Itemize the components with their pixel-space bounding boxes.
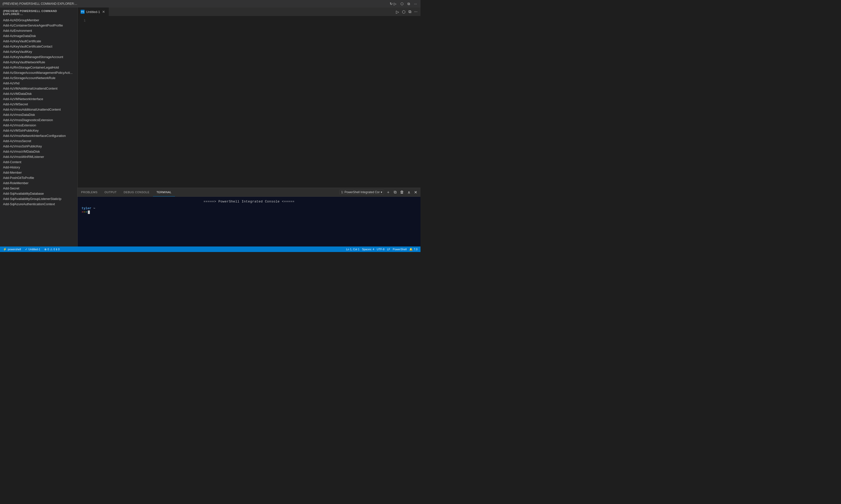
sidebar-item[interactable]: Add-AzVMNetworkInterface <box>0 96 77 102</box>
sidebar-item[interactable]: Add-Content <box>0 159 77 165</box>
add-terminal-button[interactable]: ＋ <box>385 189 392 196</box>
sidebar-item[interactable]: Add-History <box>0 165 77 170</box>
sidebar-list[interactable]: Add-AzADGroupMemberAdd-AzContainerServic… <box>0 18 77 247</box>
editor-tab[interactable]: PS Untitled-1 ✕ <box>77 7 109 16</box>
sidebar-item[interactable]: Add-AzADGroupMember <box>0 18 77 23</box>
status-errors[interactable]: ⊗ 0 ⚠ 0 ℹ 0 <box>43 248 60 251</box>
panel-tabs: PROBLEMS OUTPUT DEBUG CONSOLE TERMINAL 1… <box>77 188 420 197</box>
status-powershell-label: powershell <box>8 248 21 251</box>
tab-terminal[interactable]: TERMINAL <box>153 188 175 196</box>
title-bar-text: (PREVIEW) POWERSHELL COMMAND EXPLORER:..… <box>2 2 390 5</box>
status-powershell[interactable]: ⚡ powershell <box>2 248 22 251</box>
terminal-prompt: tyler ~ >>> <box>82 206 416 214</box>
panel-tab-actions: 1: PowerShell Integrated Cor ▾ ＋ ⧉ 🗑 ∧ ✕ <box>339 188 420 196</box>
sidebar-item[interactable]: Add-AzRmStorageContainerLegalHold <box>0 65 77 70</box>
terminal-cursor <box>88 211 90 214</box>
panel-collapse-button[interactable]: ∧ <box>406 189 412 195</box>
title-bar: (PREVIEW) POWERSHELL COMMAND EXPLORER:..… <box>0 0 420 7</box>
sidebar-item[interactable]: Add-AzStorageAccountNetworkRule <box>0 75 77 80</box>
status-eol[interactable]: LF <box>386 248 391 251</box>
run-icon[interactable]: ▷ <box>393 1 397 6</box>
sidebar-item[interactable]: Add-AzVMAdditionalUnattendContent <box>0 86 77 91</box>
panel-close-button[interactable]: ✕ <box>413 189 418 195</box>
main-layout: (PREVIEW) POWERSHELL COMMAND EXPLORER:..… <box>0 7 420 247</box>
sidebar-item[interactable]: Add-SqlAvailabilityDatabase <box>0 191 77 196</box>
sidebar-item[interactable]: Add-AzEnvironment <box>0 28 77 33</box>
tab-bar: PS Untitled-1 ✕ ▷ ⬡ ⧉ ··· <box>77 7 420 16</box>
more-icon[interactable]: ··· <box>413 1 418 6</box>
sidebar-item[interactable]: Add-AzVMSshPublicKey <box>0 128 77 133</box>
sidebar-item[interactable]: Add-AzVmssVMDataDisk <box>0 149 77 154</box>
status-notifications[interactable]: 🔔 7.0 <box>408 248 418 251</box>
tab-problems[interactable]: PROBLEMS <box>77 188 101 196</box>
warning-icon: ⚠ <box>50 248 53 251</box>
status-encoding[interactable]: UTF-8 <box>376 248 386 251</box>
status-bar: ⚡ powershell ✓ Untitled-1 ⊗ 0 ⚠ 0 ℹ 0 Ln… <box>0 247 420 252</box>
terminal-path: ~ <box>93 206 95 210</box>
split-editor-button[interactable]: ⧉ <box>408 8 412 15</box>
sidebar-item[interactable]: Add-AzVhd <box>0 80 77 86</box>
bottom-panel: PROBLEMS OUTPUT DEBUG CONSOLE TERMINAL 1… <box>77 188 420 247</box>
terminal-prompt-symbol: >>> <box>82 210 416 214</box>
sidebar-item[interactable]: Add-AzVmssNetworkInterfaceConfiguration <box>0 133 77 138</box>
sidebar-item[interactable]: Add-AzVmssSecret <box>0 138 77 144</box>
editor-content[interactable]: 1 <box>77 16 420 188</box>
tab-actions: ▷ ⬡ ⧉ ··· <box>395 7 420 16</box>
status-spaces[interactable]: Spaces: 4 <box>361 248 375 251</box>
debug-button[interactable]: ⬡ <box>401 8 407 15</box>
sidebar-item[interactable]: Add-AzStorageAccountManagementPolicyActi… <box>0 70 77 75</box>
prompt-gt1: > <box>82 210 84 214</box>
refresh-icon[interactable]: ↻ <box>390 2 393 6</box>
info-icon: ℹ <box>56 248 57 251</box>
sidebar-item[interactable]: Add-AzKeyVaultNetworkRule <box>0 59 77 65</box>
sidebar-item[interactable]: Add-SqlAvailabilityGroupListenerStaticIp <box>0 196 77 201</box>
sidebar-item[interactable]: Add-AzVmssWinRMListener <box>0 154 77 159</box>
sidebar-item[interactable]: Add-AzVmssDataDisk <box>0 112 77 118</box>
status-cursor[interactable]: Ln 1, Col 1 <box>345 248 360 251</box>
split-terminal-button[interactable]: ⧉ <box>392 189 398 195</box>
sidebar: (PREVIEW) POWERSHELL COMMAND EXPLORER:..… <box>0 7 77 247</box>
prompt-gt2: > <box>84 210 86 214</box>
line-numbers: 1 <box>77 18 88 23</box>
tab-close-button[interactable]: ✕ <box>102 9 106 14</box>
sidebar-item[interactable]: Add-AzKeyVaultCertificate <box>0 38 77 44</box>
sidebar-item[interactable]: Add-RoleMember <box>0 180 77 186</box>
terminal[interactable]: =====> PowerShell Integrated Console <==… <box>77 197 420 247</box>
tab-label: Untitled-1 <box>86 10 100 14</box>
sidebar-item[interactable]: Add-Secret <box>0 186 77 191</box>
sidebar-item[interactable]: Add-AzVmssExtension <box>0 123 77 128</box>
editor-more-button[interactable]: ··· <box>413 8 418 15</box>
sidebar-item[interactable]: Add-AzKeyVaultKey <box>0 49 77 54</box>
sidebar-item[interactable]: Add-AzContainerServiceAgentPoolProfile <box>0 23 77 28</box>
terminal-dropdown[interactable]: 1: PowerShell Integrated Cor ▾ <box>339 190 384 195</box>
sidebar-title: (PREVIEW) POWERSHELL COMMAND EXPLORER:..… <box>3 10 74 16</box>
sidebar-item[interactable]: Add-AzVMDataDisk <box>0 91 77 96</box>
status-right: Ln 1, Col 1 Spaces: 4 UTF-8 LF PowerShel… <box>345 248 418 251</box>
powershell-icon: ⚡ <box>3 248 7 251</box>
tab-output[interactable]: OUTPUT <box>101 188 120 196</box>
trash-icon[interactable]: 🗑 <box>399 189 405 195</box>
check-icon: ✓ <box>25 248 28 251</box>
sidebar-item[interactable]: Add-SqlAzureAuthenticationContext <box>0 201 77 207</box>
sidebar-item[interactable]: Add-AzKeyVaultManagedStorageAccount <box>0 54 77 59</box>
debug-icon[interactable]: ⬡ <box>399 1 405 6</box>
tab-debug-console[interactable]: DEBUG CONSOLE <box>120 188 153 196</box>
sidebar-item[interactable]: Add-AzImageDataDisk <box>0 33 77 38</box>
sidebar-item[interactable]: Add-AzVmssAdditionalUnattendContent <box>0 107 77 112</box>
sidebar-item[interactable]: Add-AzVmssSshPublicKey <box>0 144 77 149</box>
sidebar-item[interactable]: Add-Member <box>0 170 77 175</box>
prompt-gt3: > <box>86 210 88 214</box>
terminal-user: tyler <box>82 206 91 210</box>
sidebar-item[interactable]: Add-AzVMSecret <box>0 102 77 107</box>
chevron-down-icon: ▾ <box>381 191 382 194</box>
editor-area: PS Untitled-1 ✕ ▷ ⬡ ⧉ ··· 1 <box>77 7 420 247</box>
run-button[interactable]: ▷ <box>395 8 400 15</box>
status-language[interactable]: PowerShell <box>392 248 408 251</box>
status-branch[interactable]: ✓ Untitled-1 <box>24 248 41 251</box>
sidebar-header: (PREVIEW) POWERSHELL COMMAND EXPLORER:..… <box>0 7 77 18</box>
sidebar-item[interactable]: Add-AzKeyVaultCertificateContact <box>0 44 77 49</box>
title-bar-actions: ▷ ⬡ ⧉ ··· <box>393 1 418 6</box>
sidebar-item[interactable]: Add-PoshGitToProfile <box>0 175 77 180</box>
sidebar-item[interactable]: Add-AzVmssDiagnosticsExtension <box>0 118 77 123</box>
split-icon[interactable]: ⧉ <box>407 1 411 6</box>
